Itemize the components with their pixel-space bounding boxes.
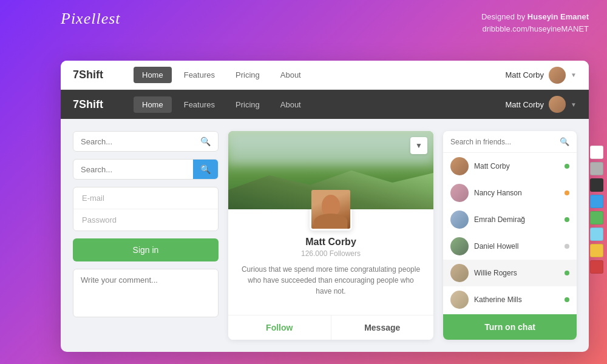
profile-avatar-image bbox=[311, 190, 350, 229]
status-dot-katherine bbox=[565, 297, 569, 302]
signin-button[interactable]: Sign in bbox=[73, 238, 219, 261]
friend-item-katherine[interactable]: Katherine Mills bbox=[443, 286, 577, 313]
friend-name-willie: Willie Rogers bbox=[474, 269, 559, 277]
color-swatches bbox=[590, 146, 603, 274]
nav-dark-username: Matt Corby bbox=[506, 100, 544, 109]
search-box-blue: 🔍 bbox=[73, 159, 219, 180]
nav-light-user[interactable]: Matt Corby ▼ bbox=[506, 67, 577, 84]
friend-avatar-katherine bbox=[450, 291, 469, 309]
swatch-yellow[interactable] bbox=[590, 244, 603, 257]
login-form: E-mail Password bbox=[73, 187, 219, 231]
friends-list: Matt Corby Nancy Hanson Emrah Demirağ bbox=[443, 153, 577, 314]
profile-actions: Follow Message bbox=[228, 315, 433, 340]
profile-dropdown-button[interactable]: ▼ bbox=[410, 137, 427, 154]
friend-item-nancy[interactable]: Nancy Hanson bbox=[443, 180, 577, 206]
search-box-plain: 🔍 bbox=[73, 131, 219, 152]
designer-name: Huseyin Emanet bbox=[527, 12, 589, 21]
friend-name-matt: Matt Corby bbox=[474, 162, 559, 170]
friends-search-icon: 🔍 bbox=[560, 137, 569, 146]
friend-name-katherine: Katherine Mills bbox=[474, 295, 559, 304]
status-dot-daniel bbox=[565, 244, 569, 249]
swatch-green[interactable] bbox=[590, 211, 603, 224]
follow-button[interactable]: Follow bbox=[228, 315, 331, 340]
friend-avatar-daniel bbox=[450, 237, 469, 255]
nav-light-username: Matt Corby bbox=[506, 70, 544, 79]
nav-light-brand[interactable]: 7Shift bbox=[73, 69, 115, 81]
friend-avatar-emrah bbox=[450, 211, 469, 229]
designer-dribbble: dribbble.com/huseyineMANET bbox=[482, 24, 589, 33]
swatch-dark-gray[interactable] bbox=[590, 178, 603, 192]
status-dot-willie bbox=[565, 271, 569, 275]
swatch-light-blue[interactable] bbox=[590, 228, 603, 241]
profile-body: Matt Corby 126.000 Followers Curious tha… bbox=[228, 209, 433, 315]
password-field[interactable]: Password bbox=[73, 209, 218, 231]
email-field[interactable]: E-mail bbox=[73, 187, 218, 209]
turn-on-chat-button[interactable]: Turn on chat bbox=[443, 314, 577, 340]
main-card: 7Shift Home Features Pricing About Matt … bbox=[61, 61, 589, 352]
friend-item-daniel[interactable]: Daniel Howell bbox=[443, 233, 577, 260]
nav-light-features[interactable]: Features bbox=[175, 67, 223, 83]
middle-column: ▼ Matt Corby 126.000 Followers Curious t… bbox=[228, 131, 433, 340]
friend-item-matt[interactable]: Matt Corby bbox=[443, 153, 577, 180]
search-button-blue[interactable]: 🔍 bbox=[193, 160, 218, 179]
friend-item-willie[interactable]: Willie Rogers bbox=[443, 260, 577, 286]
swatch-red[interactable] bbox=[590, 260, 603, 274]
navbar-dark: 7Shift Home Features Pricing About Matt … bbox=[61, 90, 589, 119]
status-dot-matt bbox=[565, 164, 569, 169]
friend-avatar-nancy bbox=[450, 184, 469, 202]
nav-dark-user[interactable]: Matt Corby ▼ bbox=[506, 96, 577, 113]
nav-dark-avatar-img bbox=[549, 96, 566, 113]
status-dot-nancy bbox=[565, 190, 569, 195]
search-input-plain[interactable] bbox=[81, 137, 195, 146]
friend-name-daniel: Daniel Howell bbox=[474, 242, 559, 251]
friends-search-input[interactable] bbox=[450, 138, 555, 146]
swatch-blue[interactable] bbox=[590, 195, 603, 208]
profile-followers: 126.000 Followers bbox=[240, 249, 421, 258]
designer-label: Designed by bbox=[481, 12, 527, 21]
nav-dark-avatar bbox=[549, 96, 566, 113]
nav-dark-about[interactable]: About bbox=[272, 96, 310, 113]
nav-light-about[interactable]: About bbox=[272, 67, 310, 83]
nav-dark-chevron-icon: ▼ bbox=[571, 101, 577, 108]
message-button[interactable]: Message bbox=[331, 315, 434, 340]
nav-light-avatar-img bbox=[549, 67, 566, 84]
profile-avatar bbox=[310, 188, 352, 231]
nav-light-chevron-icon: ▼ bbox=[571, 72, 577, 78]
app-logo: Pixellest bbox=[61, 10, 121, 28]
profile-name: Matt Corby bbox=[240, 237, 421, 248]
search-input-blue[interactable] bbox=[73, 160, 193, 179]
content-area: 🔍 🔍 E-mail Password Sign in ▼ bbox=[61, 119, 589, 352]
navbar-light: 7Shift Home Features Pricing About Matt … bbox=[61, 61, 589, 90]
nav-light-avatar bbox=[549, 67, 566, 84]
swatch-light-gray[interactable] bbox=[590, 162, 603, 175]
nav-light-items: Home Features Pricing About bbox=[134, 67, 506, 83]
friend-name-emrah: Emrah Demirağ bbox=[474, 215, 559, 224]
nav-dark-brand[interactable]: 7Shift bbox=[73, 98, 115, 111]
friends-card: 🔍 Matt Corby Nancy Hanson bbox=[443, 131, 577, 340]
nav-dark-items: Home Features Pricing About bbox=[134, 96, 506, 113]
friend-avatar-matt bbox=[450, 157, 469, 175]
profile-bio: Curious that we spend more time congratu… bbox=[240, 264, 421, 297]
friends-search-box: 🔍 bbox=[443, 131, 577, 153]
friend-avatar-willie bbox=[450, 264, 469, 282]
left-column: 🔍 🔍 E-mail Password Sign in bbox=[73, 131, 219, 340]
nav-light-pricing[interactable]: Pricing bbox=[227, 67, 268, 83]
swatch-white[interactable] bbox=[590, 146, 603, 159]
search-icon: 🔍 bbox=[200, 136, 211, 146]
friend-item-emrah[interactable]: Emrah Demirağ bbox=[443, 206, 577, 233]
right-column: 🔍 Matt Corby Nancy Hanson bbox=[443, 131, 577, 340]
friend-name-nancy: Nancy Hanson bbox=[474, 189, 559, 197]
nav-light-home[interactable]: Home bbox=[134, 67, 172, 83]
status-dot-emrah bbox=[565, 217, 569, 222]
nav-dark-home[interactable]: Home bbox=[134, 96, 172, 113]
comment-textarea[interactable] bbox=[73, 269, 219, 317]
nav-dark-pricing[interactable]: Pricing bbox=[227, 96, 268, 113]
nav-dark-features[interactable]: Features bbox=[175, 96, 223, 113]
profile-card: ▼ Matt Corby 126.000 Followers Curious t… bbox=[228, 131, 433, 340]
designer-credit: Designed by Huseyin Emanet dribbble.com/… bbox=[481, 11, 589, 35]
